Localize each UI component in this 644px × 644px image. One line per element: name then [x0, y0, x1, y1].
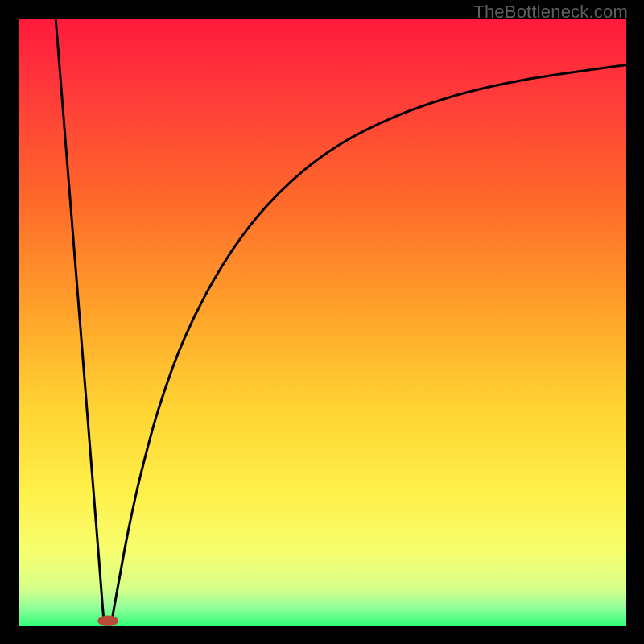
- gradient-background: [19, 19, 626, 626]
- bottleneck-curve-chart: [19, 19, 626, 626]
- chart-frame: [19, 19, 626, 626]
- watermark-text: TheBottleneck.com: [473, 2, 628, 23]
- min-marker: [97, 615, 118, 626]
